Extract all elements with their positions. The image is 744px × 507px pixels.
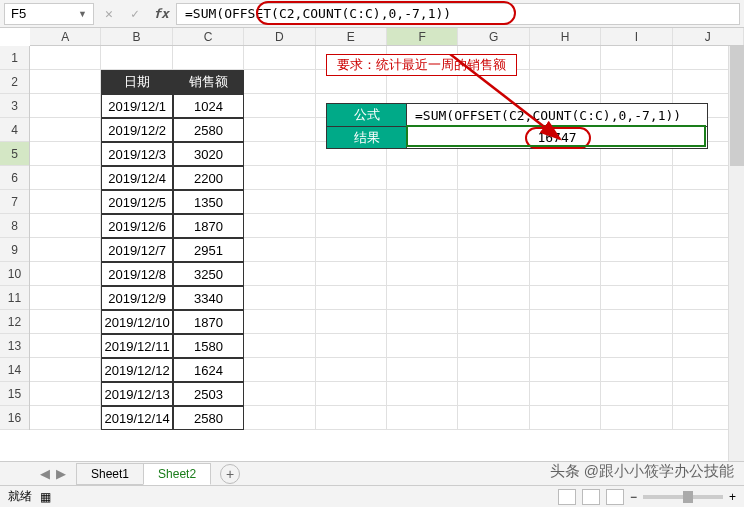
cell[interactable]: 1624: [173, 358, 244, 382]
row-header-5[interactable]: 5: [0, 142, 29, 166]
col-header-D[interactable]: D: [244, 28, 315, 45]
cell[interactable]: [601, 334, 672, 358]
cell[interactable]: [244, 166, 315, 190]
cell[interactable]: [30, 262, 101, 286]
cell[interactable]: 1580: [173, 334, 244, 358]
formula-value-cell[interactable]: =SUM(OFFSET(C2,COUNT(C:C),0,-7,1)): [407, 104, 707, 126]
col-header-C[interactable]: C: [173, 28, 244, 45]
row-header-7[interactable]: 7: [0, 190, 29, 214]
cell[interactable]: [244, 286, 315, 310]
cell[interactable]: 日期: [101, 70, 172, 94]
cell[interactable]: [601, 70, 672, 94]
row-header-1[interactable]: 1: [0, 46, 29, 70]
cell[interactable]: [244, 334, 315, 358]
cell[interactable]: 1024: [173, 94, 244, 118]
cell[interactable]: [530, 190, 601, 214]
cell[interactable]: 2019/12/11: [101, 334, 172, 358]
cell[interactable]: [530, 358, 601, 382]
cell[interactable]: [173, 46, 244, 70]
cell[interactable]: [387, 286, 458, 310]
cell[interactable]: 2019/12/12: [101, 358, 172, 382]
cell[interactable]: [458, 214, 529, 238]
cell[interactable]: [30, 358, 101, 382]
cell[interactable]: [30, 310, 101, 334]
cell[interactable]: [458, 262, 529, 286]
cell[interactable]: [316, 262, 387, 286]
col-header-A[interactable]: A: [30, 28, 101, 45]
cell[interactable]: 2019/12/6: [101, 214, 172, 238]
cell[interactable]: 2019/12/14: [101, 406, 172, 430]
tab-sheet1[interactable]: Sheet1: [76, 463, 144, 485]
cell[interactable]: 2019/12/9: [101, 286, 172, 310]
next-sheet-icon[interactable]: ▶: [56, 466, 66, 481]
col-header-B[interactable]: B: [101, 28, 172, 45]
cell[interactable]: [30, 118, 101, 142]
cell[interactable]: [601, 310, 672, 334]
cell[interactable]: [244, 262, 315, 286]
col-header-J[interactable]: J: [673, 28, 744, 45]
name-box[interactable]: F5 ▼: [4, 3, 94, 25]
cell[interactable]: 2200: [173, 166, 244, 190]
cell[interactable]: [316, 358, 387, 382]
row-header-14[interactable]: 14: [0, 358, 29, 382]
cell[interactable]: [530, 166, 601, 190]
cell[interactable]: [387, 406, 458, 430]
col-header-H[interactable]: H: [530, 28, 601, 45]
tab-sheet2[interactable]: Sheet2: [143, 463, 211, 485]
cell[interactable]: 2019/12/3: [101, 142, 172, 166]
cell[interactable]: [601, 166, 672, 190]
cell[interactable]: [530, 70, 601, 94]
cell[interactable]: 2019/12/13: [101, 382, 172, 406]
cell[interactable]: [30, 214, 101, 238]
cell[interactable]: [244, 94, 315, 118]
row-header-12[interactable]: 12: [0, 310, 29, 334]
cell[interactable]: [387, 310, 458, 334]
cell[interactable]: [244, 358, 315, 382]
cell[interactable]: [316, 238, 387, 262]
cell[interactable]: [601, 262, 672, 286]
cell[interactable]: [30, 382, 101, 406]
cell[interactable]: [244, 238, 315, 262]
zoom-in-icon[interactable]: +: [729, 490, 736, 504]
cell[interactable]: [244, 118, 315, 142]
vertical-scroll-thumb[interactable]: [730, 46, 744, 166]
cell[interactable]: [387, 262, 458, 286]
row-header-6[interactable]: 6: [0, 166, 29, 190]
cell[interactable]: 2019/12/10: [101, 310, 172, 334]
cell[interactable]: [530, 238, 601, 262]
cell[interactable]: [316, 310, 387, 334]
cell[interactable]: [387, 358, 458, 382]
cell[interactable]: 2019/12/4: [101, 166, 172, 190]
row-header-9[interactable]: 9: [0, 238, 29, 262]
cell[interactable]: [244, 70, 315, 94]
row-header-11[interactable]: 11: [0, 286, 29, 310]
cell[interactable]: 3340: [173, 286, 244, 310]
cell[interactable]: [601, 214, 672, 238]
cell[interactable]: 3250: [173, 262, 244, 286]
cell[interactable]: [316, 334, 387, 358]
cell[interactable]: [244, 46, 315, 70]
cell[interactable]: [30, 166, 101, 190]
cell[interactable]: [530, 310, 601, 334]
cell[interactable]: 2019/12/2: [101, 118, 172, 142]
cell[interactable]: 1870: [173, 214, 244, 238]
cell[interactable]: [601, 406, 672, 430]
cell[interactable]: 2019/12/7: [101, 238, 172, 262]
row-header-2[interactable]: 2: [0, 70, 29, 94]
cell[interactable]: 2019/12/5: [101, 190, 172, 214]
cell[interactable]: [601, 358, 672, 382]
cell[interactable]: [244, 382, 315, 406]
cell[interactable]: [458, 382, 529, 406]
cell[interactable]: 2580: [173, 118, 244, 142]
view-page-layout-icon[interactable]: [582, 489, 600, 505]
zoom-slider[interactable]: [643, 495, 723, 499]
cell[interactable]: [458, 310, 529, 334]
cell[interactable]: [530, 286, 601, 310]
cell[interactable]: 2019/12/1: [101, 94, 172, 118]
cell[interactable]: [316, 166, 387, 190]
cell[interactable]: [458, 166, 529, 190]
cancel-icon[interactable]: ✕: [98, 4, 120, 24]
name-box-dropdown-icon[interactable]: ▼: [78, 9, 87, 19]
cell[interactable]: [244, 406, 315, 430]
cell[interactable]: [387, 382, 458, 406]
